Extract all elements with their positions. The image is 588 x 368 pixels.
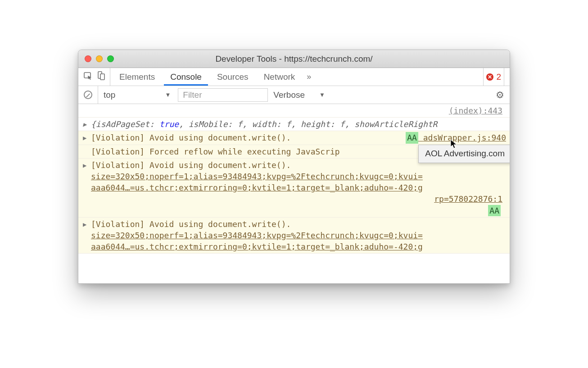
- tab-elements[interactable]: Elements: [113, 68, 161, 86]
- tabs-overflow-icon[interactable]: »: [304, 72, 314, 82]
- attribution-tooltip: AOL Advertising.com: [418, 145, 510, 163]
- clear-console-icon[interactable]: [84, 91, 92, 99]
- message-text: [Violation] Avoid using document.write()…: [91, 160, 291, 170]
- attribution-badge[interactable]: AA: [488, 205, 501, 216]
- source-link[interactable]: rp=578022876:1: [434, 194, 502, 204]
- message-text: [Violation] Forced reflow while executin…: [91, 147, 340, 156]
- message-text: [Violation] Avoid using document.write()…: [91, 219, 291, 229]
- inspector-icons: [84, 68, 110, 86]
- mouse-cursor-icon: [450, 139, 457, 148]
- source-link[interactable]: aaa6044…=us.tchcr;extmirroring=0;kvtile=…: [91, 242, 423, 251]
- context-select[interactable]: top ▼: [98, 86, 172, 104]
- console-object[interactable]: ▶ {isAdPageSet: true, isMobile: f, width…: [78, 118, 510, 131]
- error-count[interactable]: ✕ 2: [483, 68, 504, 86]
- console-output: (index):443 ▶ {isAdPageSet: true, isMobi…: [78, 104, 510, 283]
- settings-icon[interactable]: ⚙: [496, 90, 504, 100]
- devtools-tabs: Elements Console Sources Network » ✕ 2: [78, 68, 510, 86]
- device-toggle-icon[interactable]: [97, 71, 105, 82]
- violation-message: ▶ [Violation] Avoid using document.write…: [78, 131, 510, 145]
- disclosure-icon[interactable]: ▶: [83, 120, 86, 129]
- titlebar: Developer Tools - https://techcrunch.com…: [78, 50, 510, 68]
- dropdown-icon: ▼: [319, 91, 325, 98]
- violation-message: ▶ [Violation] Avoid using document.write…: [78, 218, 510, 254]
- source-link[interactable]: size=320x50;noperf=1;alias=93484943;kvpg…: [91, 172, 423, 181]
- tab-console[interactable]: Console: [164, 68, 208, 86]
- attribution-badge[interactable]: AA: [406, 132, 418, 143]
- source-link[interactable]: aaa6044…=us.tchcr;extmirroring=0;kvtile=…: [91, 183, 423, 192]
- level-select[interactable]: Verbose ▼: [273, 90, 325, 100]
- element-picker-icon[interactable]: [84, 71, 93, 82]
- source-link[interactable]: size=320x50;noperf=1;alias=93484943;kvpg…: [91, 231, 423, 240]
- error-count-value: 2: [496, 72, 501, 82]
- tab-network[interactable]: Network: [258, 68, 302, 86]
- violation-message: ▶ [Violation] Avoid using document.write…: [78, 159, 510, 218]
- svg-rect-2: [100, 74, 104, 80]
- disclosure-icon[interactable]: ▶: [83, 161, 86, 170]
- context-label: top: [104, 90, 115, 100]
- filter-input[interactable]: [178, 88, 268, 102]
- window-title: Developer Tools - https://techcrunch.com…: [78, 54, 510, 64]
- source-link[interactable]: (index):443: [78, 104, 510, 118]
- devtools-window: Developer Tools - https://techcrunch.com…: [78, 50, 510, 284]
- error-icon: ✕: [486, 73, 493, 81]
- dropdown-icon: ▼: [165, 91, 171, 98]
- disclosure-icon[interactable]: ▶: [83, 220, 86, 229]
- tab-sources[interactable]: Sources: [211, 68, 255, 86]
- console-toolbar: top ▼ Verbose ▼ ⚙: [78, 86, 510, 104]
- disclosure-icon[interactable]: ▶: [83, 134, 86, 143]
- level-label: Verbose: [273, 90, 305, 100]
- message-text: [Violation] Avoid using document.write()…: [91, 133, 291, 142]
